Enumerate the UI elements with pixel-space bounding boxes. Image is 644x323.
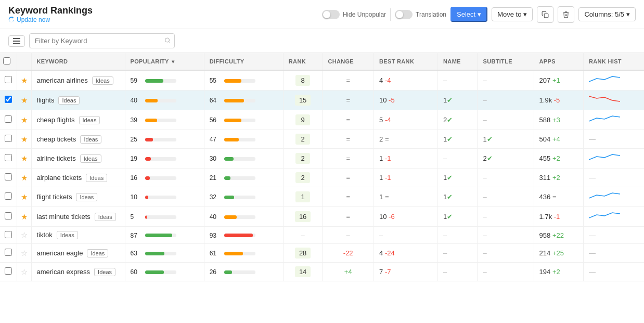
row-difficulty-cell: 55 <box>204 70 283 91</box>
row-difficulty-cell: 30 <box>204 149 283 169</box>
popularity-bar <box>145 270 176 274</box>
ideas-badge[interactable]: Ideas <box>87 249 108 257</box>
popularity-bar <box>145 234 176 237</box>
row-apps-cell: 311 +2 <box>534 169 583 187</box>
star-icon[interactable]: ★ <box>21 212 28 221</box>
change-value: = <box>346 174 350 182</box>
row-name-cell: – <box>438 227 478 244</box>
row-sparkline-cell <box>584 187 644 207</box>
row-checkbox[interactable] <box>5 212 12 219</box>
row-keyword-cell: airline ticketsIdeas <box>31 149 125 169</box>
row-checkbox[interactable] <box>5 135 12 142</box>
row-subtitle-cell: 1✔ <box>478 130 534 149</box>
star-icon[interactable]: ★ <box>21 96 28 105</box>
row-sparkline-cell <box>584 149 644 169</box>
ideas-badge[interactable]: Ideas <box>92 76 113 85</box>
svg-rect-0 <box>545 14 549 18</box>
name-checkmark: ✔ <box>447 116 453 124</box>
translation-label: Translation <box>416 11 446 18</box>
th-popularity[interactable]: POPULARITY ▾ <box>125 53 204 70</box>
row-checkbox[interactable] <box>5 154 12 161</box>
star-icon[interactable]: ★ <box>21 173 28 182</box>
row-keyword-cell: cheap flightsIdeas <box>31 110 125 130</box>
row-checkbox-cell <box>0 169 17 187</box>
ideas-badge[interactable]: Ideas <box>79 116 100 124</box>
row-checkbox[interactable] <box>5 76 12 83</box>
popularity-value: 16 <box>131 174 142 182</box>
popularity-value: 59 <box>131 77 142 84</box>
star-icon[interactable]: ★ <box>21 76 28 85</box>
row-popularity-cell: 19 <box>125 149 204 169</box>
ideas-badge[interactable]: Ideas <box>57 231 78 239</box>
row-name-cell: 1✔ <box>438 169 478 187</box>
ideas-badge[interactable]: Ideas <box>80 135 101 144</box>
ideas-badge[interactable]: Ideas <box>58 96 80 105</box>
ideas-badge[interactable]: Ideas <box>94 268 115 276</box>
translation-toggle[interactable] <box>395 10 413 19</box>
row-name-cell: 1✔ <box>438 130 478 149</box>
hide-unpopular-toggle[interactable] <box>322 10 340 19</box>
columns-button[interactable]: Columns: 5/5 ▾ <box>578 7 636 21</box>
filter-toggle-button[interactable] <box>8 35 25 47</box>
popularity-bar <box>145 196 176 199</box>
separator-1 <box>390 8 391 21</box>
apps-change: +25 <box>552 249 564 257</box>
row-checkbox[interactable] <box>5 192 12 200</box>
row-keyword-cell: flight ticketsIdeas <box>31 187 125 207</box>
row-name-cell: 1✔ <box>438 207 478 227</box>
row-name-cell: – <box>438 263 478 281</box>
th-change: CHANGE <box>323 53 374 70</box>
star-icon[interactable]: ★ <box>21 154 28 163</box>
apps-change: -5 <box>554 96 560 104</box>
row-difficulty-cell: 47 <box>204 130 283 149</box>
row-change-cell: – <box>323 227 374 244</box>
ideas-badge[interactable]: Ideas <box>80 154 101 163</box>
difficulty-bar <box>224 176 255 180</box>
update-now-link[interactable]: Update now <box>8 16 93 23</box>
star-icon[interactable]: ★ <box>21 192 28 201</box>
star-icon[interactable]: ★ <box>21 115 28 124</box>
row-checkbox[interactable] <box>5 249 12 256</box>
row-sparkline-cell: — <box>584 244 644 263</box>
name-checkmark: ✔ <box>447 174 453 182</box>
row-checkbox[interactable] <box>5 173 12 180</box>
row-rank-cell: 28 <box>283 244 323 263</box>
star-icon[interactable]: ☆ <box>21 249 28 257</box>
select-all-checkbox[interactable] <box>3 57 10 64</box>
select-button[interactable]: Select ▾ <box>450 7 487 22</box>
row-checkbox[interactable] <box>5 96 12 103</box>
ideas-badge[interactable]: Ideas <box>76 193 97 201</box>
row-subtitle-cell: – <box>478 244 534 263</box>
rank-value: 15 <box>295 95 311 106</box>
row-checkbox[interactable] <box>5 231 12 238</box>
row-checkbox-cell <box>0 244 17 263</box>
row-change-cell: = <box>323 169 374 187</box>
rank-value: 2 <box>295 172 310 183</box>
star-icon[interactable]: ☆ <box>21 267 28 276</box>
delete-button[interactable] <box>558 6 574 23</box>
move-to-button[interactable]: Move to ▾ <box>492 7 533 21</box>
row-apps-cell: 194 +2 <box>534 263 583 281</box>
sparkline <box>589 98 620 106</box>
svg-rect-1 <box>13 38 20 39</box>
th-subtitle: SUBTITLE <box>478 53 534 70</box>
difficulty-value: 64 <box>210 97 221 104</box>
rank-value: 28 <box>295 248 311 259</box>
star-icon[interactable]: ☆ <box>21 230 28 239</box>
row-checkbox[interactable] <box>5 115 12 123</box>
star-icon[interactable]: ★ <box>21 135 28 144</box>
row-subtitle-cell: – <box>478 169 534 187</box>
row-star-cell: ★ <box>17 207 31 227</box>
svg-line-5 <box>169 41 170 42</box>
copy-button[interactable] <box>537 6 553 23</box>
filter-input[interactable] <box>29 33 175 48</box>
ideas-badge[interactable]: Ideas <box>95 213 116 221</box>
subtitle-value: – <box>483 213 486 221</box>
difficulty-bar <box>224 157 255 161</box>
subtitle-value: – <box>483 96 486 104</box>
row-popularity-cell: 40 <box>125 91 204 110</box>
keyword-text: last minute tickets <box>37 213 91 221</box>
change-value: -22 <box>343 249 353 257</box>
row-checkbox[interactable] <box>5 267 12 275</box>
ideas-badge[interactable]: Ideas <box>86 174 107 182</box>
